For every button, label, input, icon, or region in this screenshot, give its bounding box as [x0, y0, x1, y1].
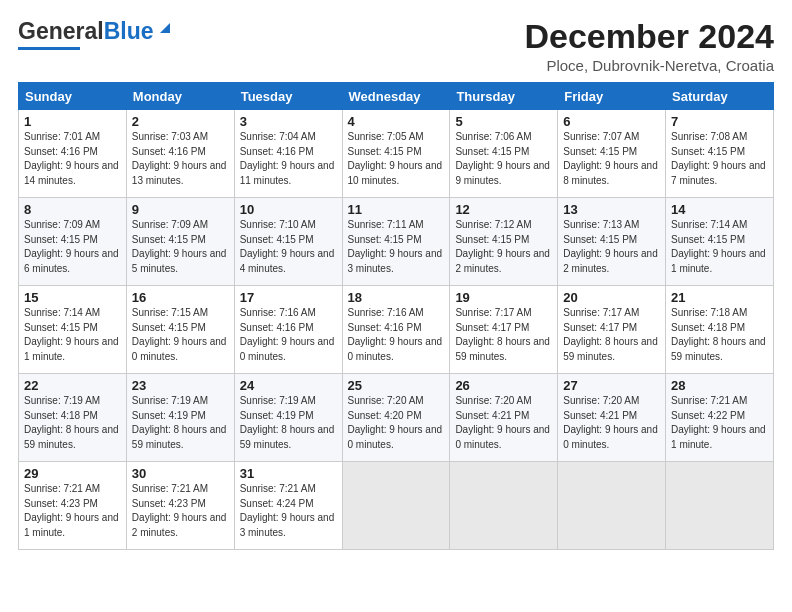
calendar-cell: 31Sunrise: 7:21 AMSunset: 4:24 PMDayligh… [234, 462, 342, 550]
calendar-cell: 18Sunrise: 7:16 AMSunset: 4:16 PMDayligh… [342, 286, 450, 374]
cell-date: 10 [240, 202, 337, 217]
calendar-cell: 11Sunrise: 7:11 AMSunset: 4:15 PMDayligh… [342, 198, 450, 286]
cell-date: 20 [563, 290, 660, 305]
cell-info: Sunrise: 7:17 AMSunset: 4:17 PMDaylight:… [455, 306, 552, 364]
cell-date: 6 [563, 114, 660, 129]
cell-date: 30 [132, 466, 229, 481]
calendar-cell: 21Sunrise: 7:18 AMSunset: 4:18 PMDayligh… [666, 286, 774, 374]
cell-date: 12 [455, 202, 552, 217]
calendar-cell: 10Sunrise: 7:10 AMSunset: 4:15 PMDayligh… [234, 198, 342, 286]
cell-date: 18 [348, 290, 445, 305]
calendar-header-row: SundayMondayTuesdayWednesdayThursdayFrid… [19, 83, 774, 110]
cell-date: 8 [24, 202, 121, 217]
day-header-thursday: Thursday [450, 83, 558, 110]
cell-info: Sunrise: 7:06 AMSunset: 4:15 PMDaylight:… [455, 130, 552, 188]
calendar-cell [342, 462, 450, 550]
cell-date: 3 [240, 114, 337, 129]
calendar-week-3: 15Sunrise: 7:14 AMSunset: 4:15 PMDayligh… [19, 286, 774, 374]
month-title: December 2024 [524, 18, 774, 55]
cell-date: 5 [455, 114, 552, 129]
calendar-cell: 25Sunrise: 7:20 AMSunset: 4:20 PMDayligh… [342, 374, 450, 462]
cell-date: 23 [132, 378, 229, 393]
cell-date: 24 [240, 378, 337, 393]
cell-info: Sunrise: 7:07 AMSunset: 4:15 PMDaylight:… [563, 130, 660, 188]
day-header-tuesday: Tuesday [234, 83, 342, 110]
calendar-cell: 15Sunrise: 7:14 AMSunset: 4:15 PMDayligh… [19, 286, 127, 374]
cell-info: Sunrise: 7:21 AMSunset: 4:22 PMDaylight:… [671, 394, 768, 452]
cell-date: 26 [455, 378, 552, 393]
cell-date: 29 [24, 466, 121, 481]
header: General Blue December 2024 Ploce, Dubrov… [18, 18, 774, 74]
logo-underline [18, 47, 80, 50]
cell-info: Sunrise: 7:10 AMSunset: 4:15 PMDaylight:… [240, 218, 337, 276]
title-block: December 2024 Ploce, Dubrovnik-Neretva, … [524, 18, 774, 74]
calendar-week-1: 1Sunrise: 7:01 AMSunset: 4:16 PMDaylight… [19, 110, 774, 198]
calendar-cell [558, 462, 666, 550]
cell-date: 9 [132, 202, 229, 217]
calendar-week-2: 8Sunrise: 7:09 AMSunset: 4:15 PMDaylight… [19, 198, 774, 286]
cell-info: Sunrise: 7:11 AMSunset: 4:15 PMDaylight:… [348, 218, 445, 276]
cell-info: Sunrise: 7:14 AMSunset: 4:15 PMDaylight:… [24, 306, 121, 364]
cell-date: 28 [671, 378, 768, 393]
cell-info: Sunrise: 7:20 AMSunset: 4:21 PMDaylight:… [455, 394, 552, 452]
calendar-cell [666, 462, 774, 550]
calendar-week-4: 22Sunrise: 7:19 AMSunset: 4:18 PMDayligh… [19, 374, 774, 462]
location: Ploce, Dubrovnik-Neretva, Croatia [524, 57, 774, 74]
day-header-sunday: Sunday [19, 83, 127, 110]
logo-triangle-icon [156, 19, 174, 37]
cell-info: Sunrise: 7:19 AMSunset: 4:19 PMDaylight:… [240, 394, 337, 452]
cell-date: 15 [24, 290, 121, 305]
cell-date: 25 [348, 378, 445, 393]
cell-info: Sunrise: 7:12 AMSunset: 4:15 PMDaylight:… [455, 218, 552, 276]
calendar-cell: 28Sunrise: 7:21 AMSunset: 4:22 PMDayligh… [666, 374, 774, 462]
calendar-cell: 26Sunrise: 7:20 AMSunset: 4:21 PMDayligh… [450, 374, 558, 462]
calendar-cell: 9Sunrise: 7:09 AMSunset: 4:15 PMDaylight… [126, 198, 234, 286]
day-header-wednesday: Wednesday [342, 83, 450, 110]
calendar: SundayMondayTuesdayWednesdayThursdayFrid… [18, 82, 774, 550]
cell-date: 4 [348, 114, 445, 129]
cell-date: 27 [563, 378, 660, 393]
calendar-cell: 17Sunrise: 7:16 AMSunset: 4:16 PMDayligh… [234, 286, 342, 374]
calendar-cell [450, 462, 558, 550]
calendar-cell: 5Sunrise: 7:06 AMSunset: 4:15 PMDaylight… [450, 110, 558, 198]
cell-date: 19 [455, 290, 552, 305]
cell-info: Sunrise: 7:01 AMSunset: 4:16 PMDaylight:… [24, 130, 121, 188]
calendar-cell: 13Sunrise: 7:13 AMSunset: 4:15 PMDayligh… [558, 198, 666, 286]
cell-info: Sunrise: 7:17 AMSunset: 4:17 PMDaylight:… [563, 306, 660, 364]
cell-info: Sunrise: 7:18 AMSunset: 4:18 PMDaylight:… [671, 306, 768, 364]
calendar-cell: 22Sunrise: 7:19 AMSunset: 4:18 PMDayligh… [19, 374, 127, 462]
cell-date: 21 [671, 290, 768, 305]
calendar-cell: 3Sunrise: 7:04 AMSunset: 4:16 PMDaylight… [234, 110, 342, 198]
cell-info: Sunrise: 7:19 AMSunset: 4:18 PMDaylight:… [24, 394, 121, 452]
cell-date: 17 [240, 290, 337, 305]
calendar-cell: 8Sunrise: 7:09 AMSunset: 4:15 PMDaylight… [19, 198, 127, 286]
cell-info: Sunrise: 7:16 AMSunset: 4:16 PMDaylight:… [348, 306, 445, 364]
calendar-cell: 2Sunrise: 7:03 AMSunset: 4:16 PMDaylight… [126, 110, 234, 198]
calendar-cell: 14Sunrise: 7:14 AMSunset: 4:15 PMDayligh… [666, 198, 774, 286]
calendar-cell: 12Sunrise: 7:12 AMSunset: 4:15 PMDayligh… [450, 198, 558, 286]
day-header-monday: Monday [126, 83, 234, 110]
cell-info: Sunrise: 7:15 AMSunset: 4:15 PMDaylight:… [132, 306, 229, 364]
cell-info: Sunrise: 7:20 AMSunset: 4:21 PMDaylight:… [563, 394, 660, 452]
cell-info: Sunrise: 7:08 AMSunset: 4:15 PMDaylight:… [671, 130, 768, 188]
cell-date: 7 [671, 114, 768, 129]
cell-date: 14 [671, 202, 768, 217]
cell-info: Sunrise: 7:14 AMSunset: 4:15 PMDaylight:… [671, 218, 768, 276]
cell-info: Sunrise: 7:03 AMSunset: 4:16 PMDaylight:… [132, 130, 229, 188]
cell-info: Sunrise: 7:20 AMSunset: 4:20 PMDaylight:… [348, 394, 445, 452]
cell-date: 2 [132, 114, 229, 129]
day-header-friday: Friday [558, 83, 666, 110]
cell-info: Sunrise: 7:13 AMSunset: 4:15 PMDaylight:… [563, 218, 660, 276]
day-header-saturday: Saturday [666, 83, 774, 110]
cell-date: 22 [24, 378, 121, 393]
logo-blue: Blue [104, 18, 154, 45]
calendar-cell: 16Sunrise: 7:15 AMSunset: 4:15 PMDayligh… [126, 286, 234, 374]
calendar-cell: 24Sunrise: 7:19 AMSunset: 4:19 PMDayligh… [234, 374, 342, 462]
calendar-cell: 6Sunrise: 7:07 AMSunset: 4:15 PMDaylight… [558, 110, 666, 198]
calendar-cell: 7Sunrise: 7:08 AMSunset: 4:15 PMDaylight… [666, 110, 774, 198]
cell-date: 31 [240, 466, 337, 481]
cell-info: Sunrise: 7:05 AMSunset: 4:15 PMDaylight:… [348, 130, 445, 188]
calendar-cell: 19Sunrise: 7:17 AMSunset: 4:17 PMDayligh… [450, 286, 558, 374]
cell-info: Sunrise: 7:19 AMSunset: 4:19 PMDaylight:… [132, 394, 229, 452]
calendar-cell: 20Sunrise: 7:17 AMSunset: 4:17 PMDayligh… [558, 286, 666, 374]
